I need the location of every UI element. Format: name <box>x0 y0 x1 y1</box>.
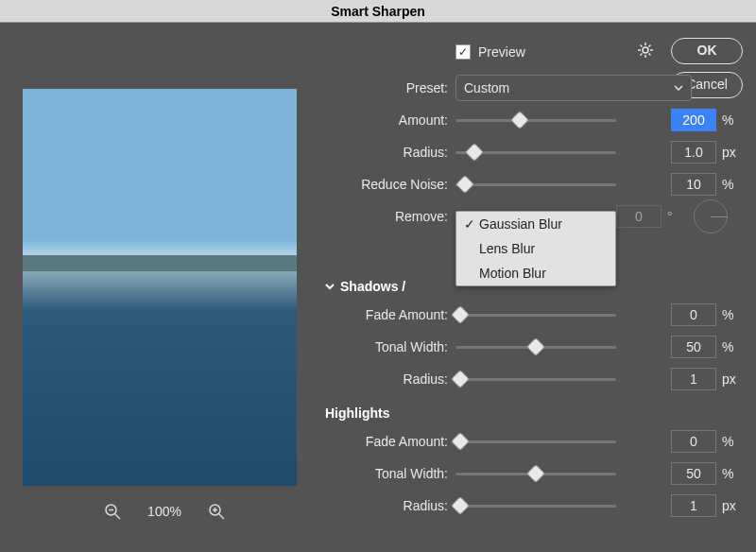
shadows-radius-slider[interactable] <box>455 378 616 381</box>
amount-input[interactable]: 200 <box>671 109 716 131</box>
shadows-fade-input[interactable]: 0 <box>671 303 716 326</box>
amount-slider[interactable] <box>455 119 616 122</box>
svg-line-13 <box>649 54 651 56</box>
remove-option-label: Motion Blur <box>479 266 546 281</box>
remove-angle-input[interactable]: 0 <box>616 205 662 228</box>
highlights-tonal-row: Tonal Width: 50 % <box>316 457 743 490</box>
shadows-radius-label: Radius: <box>316 371 455 387</box>
reduce-noise-unit: % <box>722 177 743 192</box>
shadows-section-label: Shadows / <box>340 279 405 294</box>
amount-unit: % <box>722 112 743 128</box>
dialog-title: Smart Sharpen <box>0 0 756 23</box>
check-icon: ✓ <box>458 45 468 59</box>
highlights-tonal-slider[interactable] <box>455 473 616 475</box>
remove-option-label: Gaussian Blur <box>479 216 562 232</box>
highlights-radius-label: Radius: <box>316 498 455 513</box>
shadows-fade-slider[interactable] <box>455 314 616 317</box>
highlights-tonal-input[interactable]: 50 <box>671 462 716 485</box>
radius-label: Radius: <box>316 145 455 160</box>
shadows-radius-row: Radius: 1 px <box>316 363 743 395</box>
amount-row: Amount: 200 % <box>316 104 743 136</box>
highlights-fade-slider[interactable] <box>455 440 616 443</box>
shadows-radius-input[interactable]: 1 <box>671 368 716 390</box>
preview-panel: 100% <box>13 32 316 543</box>
chevron-down-icon <box>325 279 335 294</box>
radius-thumb[interactable] <box>465 143 484 162</box>
highlights-section-header[interactable]: Highlights <box>325 401 743 425</box>
svg-line-14 <box>641 54 643 56</box>
highlights-radius-unit: px <box>722 498 743 513</box>
svg-line-15 <box>649 45 651 47</box>
shadows-tonal-row: Tonal Width: 50 % <box>316 331 743 363</box>
shadows-tonal-thumb[interactable] <box>526 337 545 356</box>
shadows-tonal-unit: % <box>722 339 743 354</box>
ok-button[interactable]: OK <box>671 38 743 64</box>
remove-row: Remove: ✓ Gaussian Blur Lens Blur Motion… <box>316 200 743 233</box>
dialog-content: 100% OK Cancel ✓ Preview Preset: Custom <box>0 23 756 552</box>
remove-option-label: Lens Blur <box>479 241 535 256</box>
highlights-fade-row: Fade Amount: 0 % <box>316 425 743 457</box>
check-icon: ✓ <box>464 216 475 232</box>
shadows-fade-label: Fade Amount: <box>316 307 455 322</box>
shadows-radius-unit: px <box>722 371 743 387</box>
shadows-fade-row: Fade Amount: 0 % <box>316 299 743 331</box>
reduce-noise-row: Reduce Noise: 10 % <box>316 168 743 200</box>
zoom-out-icon[interactable] <box>104 503 121 520</box>
reduce-noise-label: Reduce Noise: <box>316 177 455 192</box>
highlights-radius-input[interactable]: 1 <box>671 494 716 517</box>
highlights-tonal-unit: % <box>722 466 743 481</box>
remove-option-gaussian[interactable]: ✓ Gaussian Blur <box>456 212 615 236</box>
preview-label: Preview <box>478 44 525 60</box>
svg-line-4 <box>219 514 224 519</box>
svg-point-7 <box>643 47 648 53</box>
shadows-tonal-label: Tonal Width: <box>316 339 455 354</box>
remove-dropdown: ✓ Gaussian Blur Lens Blur Motion Blur <box>455 211 616 286</box>
preset-label: Preset: <box>316 80 455 95</box>
highlights-section-label: Highlights <box>325 405 389 421</box>
highlights-tonal-label: Tonal Width: <box>316 466 455 481</box>
svg-line-1 <box>115 514 120 519</box>
highlights-radius-row: Radius: 1 px <box>316 490 743 522</box>
angle-dial[interactable] <box>694 199 728 233</box>
amount-label: Amount: <box>316 112 455 128</box>
reduce-noise-slider[interactable] <box>455 183 616 186</box>
remove-label: Remove: <box>316 209 455 224</box>
highlights-fade-input[interactable]: 0 <box>671 430 716 453</box>
chevron-down-icon <box>674 83 683 93</box>
remove-angle-unit: ° <box>667 209 688 224</box>
reduce-noise-input[interactable]: 10 <box>671 173 716 196</box>
highlights-tonal-thumb[interactable] <box>526 464 545 483</box>
zoom-controls: 100% <box>13 503 316 520</box>
highlights-radius-slider[interactable] <box>455 505 616 508</box>
reduce-noise-thumb[interactable] <box>455 175 474 194</box>
radius-row: Radius: 1.0 px <box>316 136 743 168</box>
highlights-fade-label: Fade Amount: <box>316 434 455 449</box>
preview-checkbox[interactable]: ✓ <box>455 44 471 60</box>
amount-thumb[interactable] <box>510 111 529 129</box>
zoom-level[interactable]: 100% <box>147 504 181 519</box>
controls-panel: OK Cancel ✓ Preview Preset: Custom Amoun… <box>316 32 743 543</box>
remove-option-motion[interactable]: Motion Blur <box>456 261 615 285</box>
preview-image[interactable] <box>23 89 297 486</box>
svg-line-12 <box>641 45 643 47</box>
shadows-tonal-input[interactable]: 50 <box>671 336 716 358</box>
preset-row: Preset: Custom <box>316 72 743 104</box>
shadows-tonal-slider[interactable] <box>455 346 616 349</box>
radius-input[interactable]: 1.0 <box>671 141 716 164</box>
highlights-fade-unit: % <box>722 434 743 449</box>
radius-slider[interactable] <box>455 151 616 154</box>
settings-gear-icon[interactable] <box>637 42 654 59</box>
preset-value: Custom <box>464 80 509 95</box>
shadows-fade-unit: % <box>722 307 743 322</box>
radius-unit: px <box>722 145 743 160</box>
preset-select[interactable]: Custom <box>455 75 692 101</box>
zoom-in-icon[interactable] <box>208 503 225 520</box>
remove-option-lens[interactable]: Lens Blur <box>456 236 615 261</box>
